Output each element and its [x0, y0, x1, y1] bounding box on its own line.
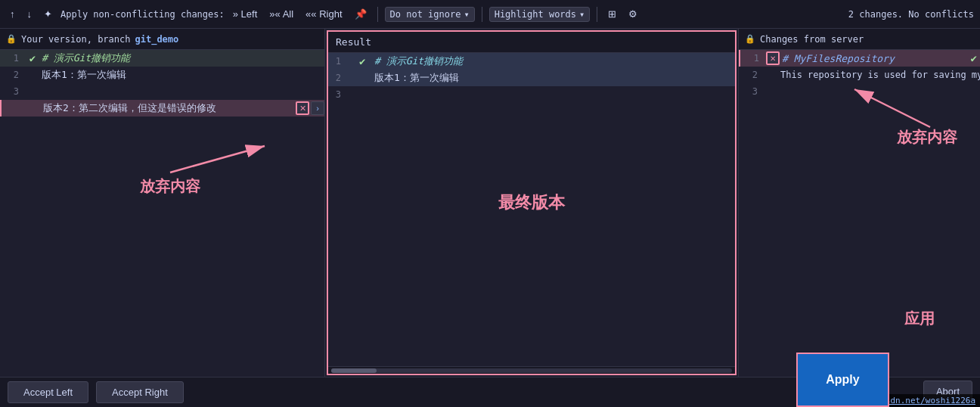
ignore-dropdown[interactable]: Do not ignore ▾ [385, 7, 475, 22]
magic-btn[interactable]: ✦ [40, 7, 56, 21]
right-conflict-x-btn[interactable]: ✕ [766, 51, 780, 65]
columns-btn[interactable]: ⊞ [604, 7, 620, 21]
left-conflict-content: 版本2：第二次编辑，但这是错误的修改 [40, 101, 291, 115]
accept-right-button[interactable]: Accept Right [96, 381, 184, 403]
separator-1 [377, 7, 378, 22]
result-lineno-3: 3 [328, 89, 347, 100]
right-check-1: ✔ [971, 52, 980, 64]
result-scrollbar-thumb [331, 368, 377, 373]
right-line-1: 1 ✕ # MyFilesRepository ✔ [739, 50, 980, 67]
apply-button[interactable]: Apply [796, 353, 889, 407]
right-pane: 🔒 Changes from server 1 ✕ # MyFilesRepos… [738, 29, 980, 377]
result-scrollbar[interactable] [328, 366, 735, 374]
right-content-2: This repository is used for saving my f: [777, 70, 980, 80]
left-header-text: Your version, branch [21, 34, 131, 45]
right-line-2: 2 This repository is used for saving my … [739, 67, 980, 83]
left-code-area[interactable]: 1 ✔ # 演示Git撤销功能 2 版本1：第一次编辑 3 [0, 50, 324, 377]
conflict-action-buttons: ✕ › [296, 101, 324, 115]
left-branch-name: git_demo [135, 34, 179, 45]
pin-btn[interactable]: 📌 [351, 7, 371, 21]
result-lineno-1: 1 [328, 56, 347, 67]
apply-non-conflicting-label: Apply non-conflicting changes: [60, 9, 225, 20]
toolbar: ↑ ↓ ✦ Apply non-conflicting changes: » L… [0, 0, 980, 29]
result-line-3: 3 [328, 86, 735, 103]
left-lineno-1: 1 [0, 53, 26, 64]
left-content-1: # 演示Git撤销功能 [39, 51, 324, 65]
conflict-arrow-btn[interactable]: › [311, 101, 324, 115]
right-code-area[interactable]: 1 ✕ # MyFilesRepository ✔ 2 This reposit… [739, 50, 980, 377]
middle-pane: Result 1 ✔ # 演示Git撤销功能 2 版本1：第一次编辑 [327, 30, 737, 375]
left-pane-header: 🔒 Your version, branch git_demo [0, 29, 324, 50]
result-line-2: 2 版本1：第一次编辑 [328, 70, 735, 86]
left-lineno-3: 3 [0, 86, 26, 97]
right-gutter-1: ✕ [767, 51, 779, 65]
left-btn[interactable]: » Left [229, 7, 262, 21]
sort-asc-btn[interactable]: ↑ [6, 7, 19, 21]
right-btn[interactable]: «« Right [302, 7, 346, 21]
right-lineno-1: 1 [740, 53, 767, 64]
bottom-bar: Accept Left Accept Right Apply Abort htt… [0, 377, 980, 407]
result-header: Result [328, 32, 735, 53]
left-content-2: 版本1：第一次编辑 [39, 68, 324, 82]
result-line-1: 1 ✔ # 演示Git撤销功能 [328, 53, 735, 70]
result-code-area[interactable]: 1 ✔ # 演示Git撤销功能 2 版本1：第一次编辑 3 [328, 53, 735, 366]
highlight-arrow: ▾ [579, 9, 585, 20]
right-pane-header: 🔒 Changes from server [739, 29, 980, 50]
right-lock-icon: 🔒 [745, 34, 755, 44]
ignore-dropdown-label: Do not ignore [390, 9, 461, 20]
changes-info: 2 changes. No conflicts [848, 9, 974, 20]
accept-left-button[interactable]: Accept Left [8, 381, 88, 403]
highlight-dropdown[interactable]: Highlight words ▾ [489, 7, 591, 22]
left-lock-icon: 🔒 [6, 34, 17, 44]
result-lineno-2: 2 [328, 73, 347, 83]
left-gutter-1: ✔ [26, 52, 39, 64]
result-content-1: # 演示Git撤销功能 [371, 54, 735, 68]
conflict-x-btn[interactable]: ✕ [296, 101, 309, 115]
all-btn[interactable]: »« All [265, 7, 297, 21]
result-check-1: ✔ [359, 55, 371, 67]
left-line-2: 2 版本1：第一次编辑 [0, 67, 324, 83]
highlight-label: Highlight words [495, 9, 576, 20]
right-line-3: 3 [739, 83, 980, 100]
right-header-text: Changes from server [760, 34, 864, 45]
left-conflict-line: 版本2：第二次编辑，但这是错误的修改 ✕ › [0, 100, 324, 117]
left-lineno-2: 2 [0, 70, 26, 80]
settings-btn[interactable]: ⚙ [625, 7, 641, 21]
sort-desc-btn[interactable]: ↓ [23, 7, 36, 21]
right-lineno-2: 2 [739, 70, 765, 80]
result-content-2: 版本1：第一次编辑 [371, 71, 735, 85]
left-line-3: 3 [0, 83, 324, 100]
separator-2 [482, 7, 482, 22]
result-label: Result [336, 36, 371, 48]
left-line-1: 1 ✔ # 演示Git撤销功能 [0, 50, 324, 67]
result-scrollbar-track [331, 368, 732, 373]
separator-3 [597, 7, 597, 22]
right-lineno-3: 3 [739, 86, 765, 97]
left-pane: 🔒 Your version, branch git_demo 1 ✔ # 演示… [0, 29, 325, 377]
ignore-dropdown-arrow: ▾ [464, 9, 469, 20]
right-content-1: # MyFilesRepository [779, 53, 971, 64]
